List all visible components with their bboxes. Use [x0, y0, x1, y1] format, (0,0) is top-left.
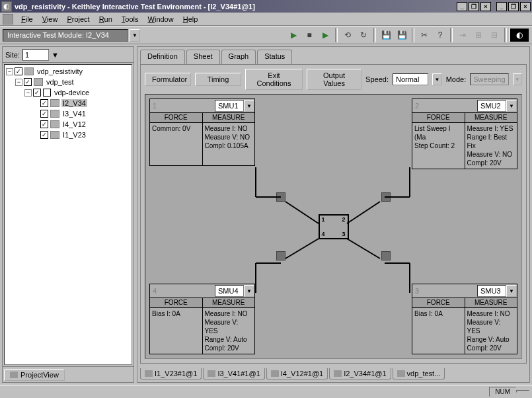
tab-sheet[interactable]: Sheet: [186, 50, 220, 64]
mode-dropdown-icon: ▼: [513, 73, 522, 85]
checkbox[interactable]: ✓: [40, 120, 48, 128]
menu-tools[interactable]: Tools: [118, 14, 143, 24]
run-loop-button[interactable]: ▶: [318, 28, 332, 42]
tab-definition[interactable]: Definition: [140, 50, 185, 64]
chevron-down-icon[interactable]: ▼: [506, 100, 517, 112]
smu1-select[interactable]: SMU1: [215, 100, 244, 112]
stop-button[interactable]: ■: [302, 28, 317, 42]
speed-select[interactable]: Normal: [393, 73, 428, 85]
tool-c-button[interactable]: ⊟: [487, 28, 502, 42]
chevron-down-icon[interactable]: ▼: [244, 285, 254, 297]
close-button[interactable]: ×: [480, 2, 491, 11]
chevron-down-icon[interactable]: ▼: [506, 285, 517, 297]
tab-graph[interactable]: Graph: [221, 50, 256, 64]
smu2-select[interactable]: SMU2: [477, 100, 506, 112]
refresh-button[interactable]: ↻: [356, 28, 371, 42]
btab-vdptest[interactable]: vdp_test...: [393, 368, 445, 379]
run-button[interactable]: ▶: [286, 28, 301, 42]
tree-root[interactable]: vdp_resistivity: [36, 67, 84, 75]
site-input[interactable]: [22, 49, 49, 61]
btab-i2v34[interactable]: I2_V34#1@1: [329, 368, 391, 379]
speed-dropdown-icon[interactable]: ▼: [432, 73, 441, 85]
module-icon: [271, 370, 279, 377]
node-1: [276, 192, 285, 202]
smu1-force: Common: 0V: [150, 123, 203, 165]
checkbox[interactable]: ✓: [40, 110, 48, 118]
title-bar: ◐ vdp_resistivity - Keithley Interactive…: [0, 0, 532, 13]
svg-line-2: [285, 202, 319, 223]
smu4-box: 4 SMU4▼ FORCEMEASURE Bias I: 0AMeasure I…: [149, 284, 255, 354]
tree-item-i3v41[interactable]: I3_V41: [61, 110, 87, 118]
tree-test[interactable]: vdp_test: [45, 78, 75, 86]
menu-view[interactable]: View: [38, 14, 62, 24]
tree-icon: [10, 372, 18, 378]
help-button[interactable]: ?: [433, 28, 447, 42]
window-title: vdp_resistivity - Keithley Interactive T…: [15, 3, 457, 11]
node-2: [381, 192, 391, 202]
chevron-down-icon[interactable]: ▼: [244, 100, 254, 112]
test-icon: [34, 78, 43, 86]
child-restore-button[interactable]: ❐: [508, 2, 519, 11]
smu-diagram: 1 SMU1▼ FORCEMEASURE Common: 0VMeasure I…: [145, 94, 522, 359]
smu2-pin: 2: [412, 102, 426, 110]
btab-i3v41[interactable]: I3_V41#1@1: [203, 368, 264, 379]
menu-project[interactable]: Project: [63, 14, 93, 24]
child-minimize-button[interactable]: _: [496, 2, 507, 11]
menu-bar: File View Project Run Tools Window Help: [0, 13, 532, 26]
minimize-button[interactable]: _: [457, 2, 467, 11]
tab-status[interactable]: Status: [257, 50, 292, 64]
button-row: Formulator Timing Exit Conditions Output…: [145, 69, 522, 90]
formulator-button[interactable]: Formulator: [145, 73, 191, 86]
checkbox[interactable]: ✓: [40, 99, 48, 107]
expand-icon[interactable]: −: [24, 89, 32, 97]
checkbox[interactable]: ✓: [33, 89, 41, 97]
tree-item-i1v23[interactable]: I1_V23: [61, 131, 87, 139]
project-tree[interactable]: − ✓ vdp_resistivity − ✓ vdp_test − ✓ vdp…: [4, 64, 132, 365]
btab-i4v12[interactable]: I4_V12#1@1: [266, 368, 328, 379]
project-view-tab[interactable]: ProjectView: [4, 369, 65, 381]
timing-button[interactable]: Timing: [195, 73, 241, 86]
cut-button[interactable]: ✂: [417, 28, 432, 42]
menu-file[interactable]: File: [17, 14, 37, 24]
tree-item-i4v12[interactable]: I4_V12: [61, 120, 87, 128]
menu-help[interactable]: Help: [179, 14, 202, 24]
tree-device[interactable]: vdp-device: [53, 89, 91, 97]
project-view-label: ProjectView: [20, 371, 59, 379]
menu-run[interactable]: Run: [95, 14, 116, 24]
site-dropdown[interactable]: ▼: [52, 51, 59, 59]
cycle-button[interactable]: ⟲: [340, 28, 355, 42]
btab-i1v23[interactable]: I1_V23#1@1: [140, 368, 202, 379]
tree-item-i2v34[interactable]: I2_V34: [61, 99, 87, 107]
child-close-button[interactable]: ×: [520, 2, 531, 11]
checkbox[interactable]: ✓: [24, 78, 32, 86]
definition-panel: Formulator Timing Exit Conditions Output…: [140, 64, 527, 364]
smu4-select[interactable]: SMU4: [215, 285, 244, 297]
item-icon: [50, 131, 59, 139]
smu3-select[interactable]: SMU3: [477, 285, 506, 297]
checkbox[interactable]: ✓: [15, 67, 22, 75]
status-bar: NUM: [0, 385, 532, 397]
module-dropdown-button[interactable]: ▼: [130, 29, 140, 42]
mode-select: Sweeping: [470, 73, 508, 85]
checkbox[interactable]: ✓: [40, 131, 48, 139]
restore-button[interactable]: ❐: [469, 2, 479, 11]
save-button[interactable]: 💾: [379, 28, 393, 42]
window-controls: _ ❐ × _ ❐ ×: [457, 2, 531, 11]
tool-b-button[interactable]: ⊞: [471, 28, 486, 42]
right-panel: Definition Sheet Graph Status Formulator…: [137, 46, 530, 383]
device-icon: [43, 89, 51, 97]
smu3-force: Bias I: 0A: [412, 308, 465, 354]
mode-label: Mode:: [446, 75, 467, 83]
graph-button[interactable]: ◐: [510, 28, 529, 42]
bottom-tabs: I1_V23#1@1 I3_V41#1@1 I4_V12#1@1 I2_V34#…: [140, 364, 527, 379]
exit-conditions-button[interactable]: Exit Conditions: [245, 69, 303, 90]
menu-window[interactable]: Window: [144, 14, 178, 24]
module-icon: [397, 370, 405, 377]
output-values-button[interactable]: Output Values: [307, 69, 361, 90]
svg-line-8: [285, 239, 319, 259]
site-row: Site: ▼: [3, 47, 133, 63]
save-all-button[interactable]: 💾: [395, 28, 409, 42]
expand-icon[interactable]: −: [15, 79, 22, 86]
expand-icon[interactable]: −: [6, 68, 13, 75]
tool-a-button[interactable]: ⇥: [455, 28, 470, 42]
